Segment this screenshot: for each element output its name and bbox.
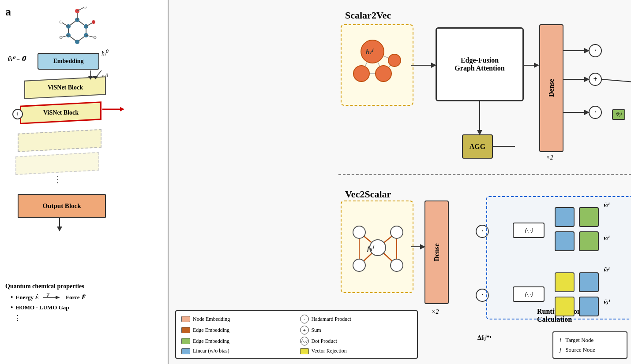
v2s-node-graph: fᵢⱼˡ — [342, 201, 414, 294]
qc-title: Quantum chemical properties — [5, 283, 162, 290]
svg-text:∇: ∇ — [46, 293, 50, 297]
legend-node-embed: Node Embedding — [181, 315, 293, 323]
x2-bottom-label: ×2 — [432, 308, 439, 316]
legend-sum: + Sum — [300, 326, 412, 334]
molecule-diagram — [44, 7, 110, 48]
right-panel: Scalar2Vec hᵢˡ Vec2Scalar — [168, 0, 631, 364]
dense-block-bottom: Dense — [424, 201, 449, 304]
inner-prod-box-2: ⟨·,·⟩ — [513, 286, 545, 302]
vi0-eq: v̄ᵢ⁰ = 0̄ — [7, 55, 26, 63]
svg-point-19 — [60, 21, 62, 23]
hi0-label: hᵢ0 — [101, 48, 109, 57]
svg-marker-25 — [120, 107, 124, 111]
v2s-graph-box: fᵢⱼˡ — [341, 201, 413, 293]
bottom-left-section: Quantum chemical properties • Energy Ê ∇… — [5, 283, 162, 322]
svg-marker-33 — [56, 296, 60, 299]
svg-point-17 — [94, 36, 96, 39]
svg-point-55 — [391, 259, 403, 271]
linear-block-2 — [555, 231, 575, 251]
hadamard-circle-2: · — [589, 106, 602, 119]
svg-point-42 — [376, 66, 391, 82]
legend-box: Node Embedding · Hadamard Product Edge E… — [175, 310, 418, 359]
vec2scalar-label: Vec2Scalar — [345, 189, 391, 200]
svg-marker-29 — [88, 76, 93, 80]
svg-point-41 — [353, 66, 369, 82]
linear-block-4 — [579, 297, 599, 316]
s2v-node-graph: hᵢˡ — [342, 25, 414, 107]
vecrej-block-2 — [555, 297, 575, 316]
vj-l-box: v̄ⱼˡ — [612, 109, 625, 120]
vi-l-label-3: v̄ᵢˡ — [603, 267, 609, 273]
output-arrow — [55, 217, 64, 232]
svg-marker-27 — [57, 227, 62, 231]
delta-fij-label: Δfᵢⱼˡ⁺¹ — [477, 334, 492, 342]
svg-point-43 — [388, 54, 401, 67]
inner-prod-box-1: ⟨·,·⟩ — [513, 223, 545, 238]
legend-vec-embed: Edge Embedding — [181, 337, 293, 345]
visnet-block-3 — [18, 129, 101, 152]
output-block: Output Block — [18, 194, 106, 218]
vj-l-label-1: v̄ⱼˡ — [603, 299, 609, 305]
plus-circle-left: + — [12, 109, 23, 119]
embedding-block: Embedding — [38, 53, 99, 70]
h-separator — [338, 174, 631, 175]
visnet-block-4 — [15, 152, 99, 175]
svg-point-21 — [60, 36, 62, 39]
vi-l-label-2: v̄ᵢˡ — [603, 235, 609, 241]
legend-linear: Linear (w/o bias) — [181, 348, 293, 354]
vi-l-label-1: v̄ᵢˡ — [603, 202, 609, 208]
visnet-block-2: ViSNet Block — [20, 101, 101, 124]
svg-line-66 — [602, 79, 631, 83]
svg-point-54 — [353, 259, 365, 271]
legend-edge-embed: Edge Embedding — [181, 326, 293, 334]
legend-vec-rej: Vector Rejection — [300, 348, 412, 354]
efga-block: Edge-FusionGraph Attention — [436, 27, 524, 101]
vec-block-1 — [579, 207, 599, 227]
agg-block-top: AGG — [462, 134, 493, 159]
s2v-graph-box: hᵢˡ — [341, 24, 413, 106]
dense-block-top: Dense — [539, 24, 563, 152]
linear-block-1 — [555, 207, 575, 227]
vecrej-block-1 — [555, 272, 575, 292]
svg-point-23 — [84, 7, 86, 8]
hadamard-circle-1: · — [589, 44, 602, 57]
linear-block-3 — [579, 272, 599, 292]
legend-dot-prod: ⟨·,·⟩ Dot Product — [300, 337, 412, 345]
x2-top-label: ×2 — [546, 154, 553, 161]
arch-arrows — [26, 68, 137, 86]
svg-marker-31 — [93, 76, 98, 79]
legend-hadamard: · Hadamard Product — [300, 315, 412, 323]
ts-node-box: i Target Node j Source Node — [552, 331, 627, 359]
scalar2vec-label: Scalar2Vec — [345, 10, 391, 21]
sum-circle-1: + — [589, 73, 602, 86]
svg-point-15 — [92, 20, 95, 24]
svg-point-53 — [391, 226, 403, 238]
svg-point-9 — [75, 40, 79, 44]
vertical-dots: ⋮ — [53, 174, 62, 185]
svg-point-40 — [361, 40, 384, 63]
svg-point-52 — [353, 226, 365, 238]
vec-block-2 — [579, 231, 599, 251]
left-panel: v̄ᵢ⁰ = 0̄ hᵢ0 fᵢⱼ0 Embed — [0, 0, 168, 364]
